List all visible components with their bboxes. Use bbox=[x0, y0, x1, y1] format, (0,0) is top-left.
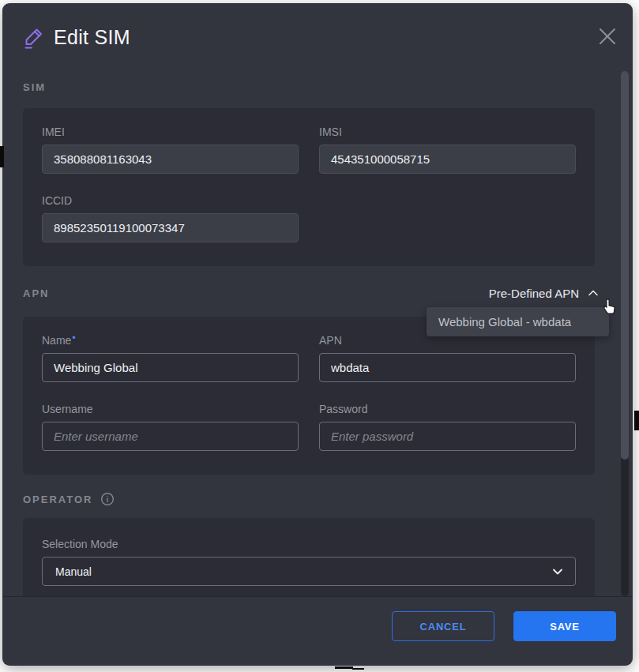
apn-name-label: Name bbox=[42, 334, 71, 347]
imsi-field: IMSI bbox=[319, 126, 576, 174]
iccid-field: ICCID bbox=[42, 194, 299, 242]
sim-panel: IMEI IMSI ICCID bbox=[23, 108, 595, 266]
pencil-icon bbox=[24, 27, 44, 49]
chevron-up-icon bbox=[587, 287, 600, 298]
password-label: Password bbox=[319, 403, 576, 415]
apn-section-label: APN bbox=[23, 287, 49, 299]
iccid-label: ICCID bbox=[42, 194, 299, 207]
imei-label: IMEI bbox=[42, 126, 299, 138]
username-label: Username bbox=[42, 403, 299, 415]
apn-header-row: APN Pre-Defined APN bbox=[23, 283, 595, 302]
apn-value-field: APN bbox=[319, 334, 576, 382]
username-field: Username bbox=[42, 403, 299, 451]
predefined-apn-label: Pre-Defined APN bbox=[489, 287, 579, 300]
imei-input[interactable] bbox=[42, 145, 299, 174]
info-icon[interactable] bbox=[100, 492, 115, 506]
background-artifact bbox=[634, 411, 639, 430]
imei-field: IMEI bbox=[42, 126, 299, 174]
modal-title: Edit SIM bbox=[54, 26, 130, 49]
iccid-input[interactable] bbox=[42, 213, 299, 242]
sim-section-label: SIM bbox=[23, 81, 595, 94]
save-button[interactable]: SAVE bbox=[513, 611, 616, 641]
selection-mode-field: Selection Mode Manual bbox=[42, 538, 576, 586]
selection-mode-value: Manual bbox=[55, 565, 92, 578]
scrollbar-thumb[interactable] bbox=[621, 71, 629, 460]
password-field: Password bbox=[319, 403, 576, 451]
page-background: Edit SIM SIM IMEI IMSI bbox=[0, 0, 639, 672]
apn-name-field: Name• bbox=[42, 334, 299, 382]
chevron-down-icon bbox=[551, 566, 564, 577]
modal-header: Edit SIM bbox=[2, 3, 633, 71]
selection-mode-label: Selection Mode bbox=[42, 538, 576, 550]
apn-name-input[interactable] bbox=[42, 353, 299, 382]
apn-panel: Name• APN Username Password bbox=[23, 317, 595, 475]
username-input[interactable] bbox=[42, 422, 299, 451]
operator-section-label: OPERATOR bbox=[23, 494, 92, 505]
cancel-button[interactable]: CANCEL bbox=[392, 611, 494, 641]
operator-header-row: OPERATOR bbox=[23, 491, 595, 507]
predefined-apn-dropdown: Webbing Global - wbdata bbox=[427, 307, 609, 336]
background-artifact bbox=[0, 146, 4, 167]
edit-sim-modal: Edit SIM SIM IMEI IMSI bbox=[2, 3, 633, 666]
imsi-input[interactable] bbox=[319, 145, 576, 174]
background-artifact bbox=[352, 668, 364, 670]
close-icon[interactable] bbox=[596, 24, 619, 48]
operator-panel: Selection Mode Manual bbox=[23, 518, 595, 596]
modal-footer: CANCEL SAVE bbox=[2, 596, 633, 666]
background-artifact bbox=[335, 666, 353, 669]
predefined-apn-toggle[interactable]: Pre-Defined APN bbox=[489, 287, 600, 300]
apn-input[interactable] bbox=[319, 353, 576, 382]
dropdown-option-webbing-global[interactable]: Webbing Global - wbdata bbox=[427, 307, 609, 336]
selection-mode-select[interactable]: Manual bbox=[42, 557, 576, 586]
imsi-label: IMSI bbox=[319, 126, 576, 138]
required-marker: • bbox=[72, 332, 76, 344]
password-input[interactable] bbox=[319, 422, 576, 451]
